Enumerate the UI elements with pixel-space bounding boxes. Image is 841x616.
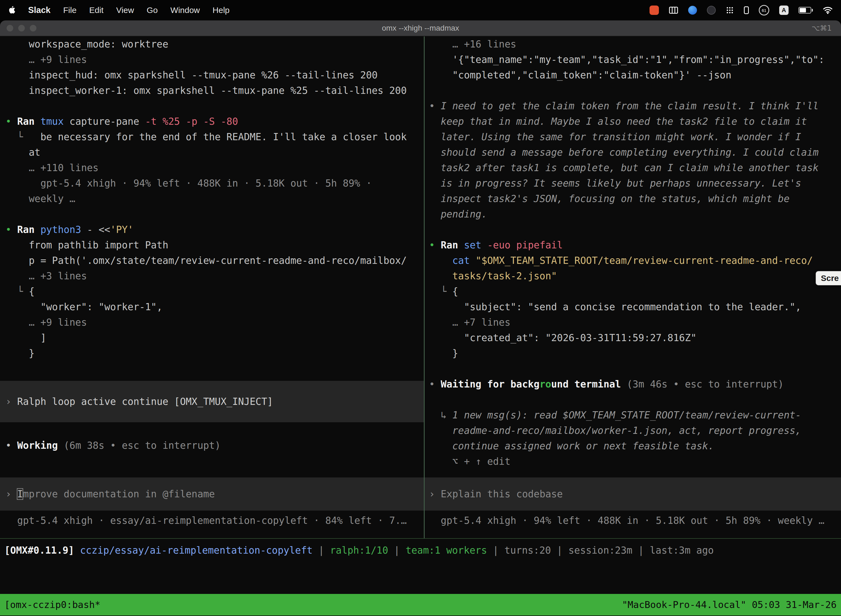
menu-item-file[interactable]: File [63, 6, 76, 15]
apple-menu-icon[interactable] [8, 6, 15, 15]
terminal-line: inspect_worker-1: omx sparkshell --tmux-… [0, 83, 424, 98]
text-segment: ↳ [429, 409, 452, 421]
text-segment: keep that in mind. Maybe I also need the… [429, 116, 807, 127]
terminal-line: • I need to get the claim token from the… [425, 98, 841, 114]
phone-icon[interactable] [744, 6, 749, 14]
close-button[interactable] [7, 25, 13, 31]
terminal-line: from pathlib import Path [0, 238, 424, 253]
terminal-line: • Ran python3 - <<'PY' [0, 222, 424, 238]
text-segment: 1 new msg(s): read $OMX_TEAM_STATE_ROOT/… [452, 409, 801, 421]
text-segment: und terminal [551, 378, 627, 390]
terminal-line: } [0, 346, 424, 361]
prompt-input-bar[interactable]: › Ralph loop active continue [OMX_TMUX_I… [0, 381, 424, 422]
text-segment: └ [6, 131, 40, 142]
text-segment: … +3 lines [6, 270, 87, 282]
text-segment: ro [539, 378, 551, 390]
terminal-line: • Working (6m 38s • esc to interrupt) [0, 438, 424, 453]
window-title-bar[interactable]: omx --xhigh --madmax ⌥⌘1 [0, 21, 841, 37]
text-segment: | [487, 545, 504, 556]
text-segment: should send a message before completing … [429, 147, 819, 158]
text-segment: } [429, 348, 458, 359]
app-grid-icon[interactable] [726, 6, 734, 14]
text-segment: later. Using the same for transition mig… [429, 131, 801, 142]
text-segment: weekly … [6, 193, 75, 204]
menu-item-help[interactable]: Help [212, 6, 230, 15]
terminal-line: "subject": "send a concise recommendatio… [425, 299, 841, 315]
terminal-line: "created_at": "2026-03-31T11:59:27.816Z" [425, 330, 841, 346]
text-segment: (6m 38s • esc to interrupt) [64, 440, 221, 451]
text-segment: • [6, 224, 17, 235]
window-shortcut-hint: ⌥⌘1 [812, 24, 832, 32]
minimize-button[interactable] [18, 25, 25, 31]
terminal-line: inspect task2's JSON, focusing on the st… [425, 191, 841, 207]
menu-item-edit[interactable]: Edit [89, 6, 104, 15]
text-segment: • [429, 100, 441, 111]
terminal-line: weekly … [0, 191, 424, 207]
text-segment: set [464, 239, 487, 251]
zoom-button[interactable] [30, 25, 37, 31]
tmux-host-clock: "MacBook-Pro-44.local" 05:03 31-Mar-26 [622, 599, 837, 610]
terminal-line: is in progress? It seems likely but perh… [425, 176, 841, 191]
terminal-line: … +110 lines [0, 160, 424, 176]
terminal-line: gpt-5.4 xhigh · 94% left · 488K in · 5.1… [0, 176, 424, 191]
text-segment: "subject": "send a concise recommendatio… [429, 301, 801, 312]
menu-bar: Slack File Edit View Go Window Help 61 A [0, 0, 841, 21]
tmux-pane-right[interactable]: … +16 lines '{"team_name":"my-team","tas… [425, 37, 841, 538]
prompt-input-bar[interactable]: › Explain this codebase [425, 477, 841, 510]
dark-app-icon[interactable] [707, 6, 716, 15]
menu-app-name[interactable]: Slack [28, 5, 50, 15]
text-segment: task2 after task1 is complete, but can I… [429, 162, 819, 173]
terminal-line: • Waiting for background terminal (3m 46… [425, 377, 841, 392]
text-segment: - << [87, 224, 110, 235]
terminal-line: … +3 lines [0, 268, 424, 284]
text-segment: I need to get the claim token from the c… [441, 100, 819, 111]
screen-recording-icon[interactable] [649, 6, 659, 15]
menu-item-go[interactable]: Go [147, 6, 158, 15]
text-segment: | [313, 545, 330, 556]
panes-bottom-divider [0, 538, 841, 539]
text-segment: … +9 lines [6, 54, 87, 65]
input-source-icon[interactable]: A [779, 6, 788, 15]
wifi-icon[interactable] [823, 6, 833, 14]
terminal-line: └ { [0, 284, 424, 299]
text-segment: -euo pipefail [487, 239, 563, 251]
text-segment: ] [6, 332, 46, 343]
terminal-line: '{"team_name":"my-team","task_id":"1","f… [425, 52, 841, 67]
tmux-pane-left[interactable]: workspace_mode: worktree … +9 lines insp… [0, 37, 424, 538]
text-segment: … +110 lines [6, 162, 98, 173]
screen-share-overlay[interactable]: Scre [816, 271, 841, 285]
tmux-panes: workspace_mode: worktree … +9 lines insp… [0, 37, 841, 538]
text-segment: "$OMX_TEAM_STATE_ROOT/team/review-curren… [476, 255, 813, 266]
terminal-line: … +9 lines [0, 52, 424, 67]
text-segment: team:1 workers [406, 545, 487, 556]
macos-screen: Slack File Edit View Go Window Help 61 A [0, 0, 841, 616]
menu-item-view[interactable]: View [116, 6, 134, 15]
table-grid-icon[interactable] [669, 6, 678, 14]
text-segment: Waiting for backg [441, 378, 539, 390]
battery-icon[interactable] [799, 7, 813, 13]
menu-item-window[interactable]: Window [170, 6, 200, 15]
battery-percent-icon[interactable]: 61 [759, 5, 769, 15]
terminal-line: readme-and-reco/mailbox/worker-1.json, a… [425, 423, 841, 438]
text-segment: mprove documentation in @filename [23, 488, 215, 500]
window-title: omx --xhigh --madmax [0, 24, 841, 32]
terminal-line: later. Using the same for transition mig… [425, 129, 841, 145]
text-segment: continue assigned work or next feasible … [429, 440, 714, 452]
text-segment: python3 [40, 224, 87, 235]
text-segment: cat [452, 255, 475, 266]
text-segment: gpt-5.4 xhigh · essay/ai-reimplementatio… [6, 515, 407, 526]
text-segment: Ran [17, 116, 40, 127]
menu-bar-left: Slack File Edit View Go Window Help [8, 5, 230, 15]
text-segment: pending. [429, 209, 487, 220]
blue-app-icon[interactable] [688, 6, 697, 15]
terminal-line: tasks/task-2.json" [425, 268, 841, 284]
prompt-input-bar[interactable]: › Improve documentation in @filename [0, 477, 424, 510]
terminal-line: cat "$OMX_TEAM_STATE_ROOT/team/review-cu… [425, 253, 841, 268]
text-segment: from pathlib import Path [6, 239, 168, 251]
text-segment: | [388, 545, 406, 556]
text-segment: p = Path('.omx/state/team/review-current… [6, 255, 407, 266]
text-segment: { [452, 286, 458, 297]
text-segment: ralph:1/10 [330, 545, 388, 556]
terminal-line: continue assigned work or next feasible … [425, 438, 841, 454]
terminal-line: task2 after task1 is complete, but can I… [425, 160, 841, 176]
